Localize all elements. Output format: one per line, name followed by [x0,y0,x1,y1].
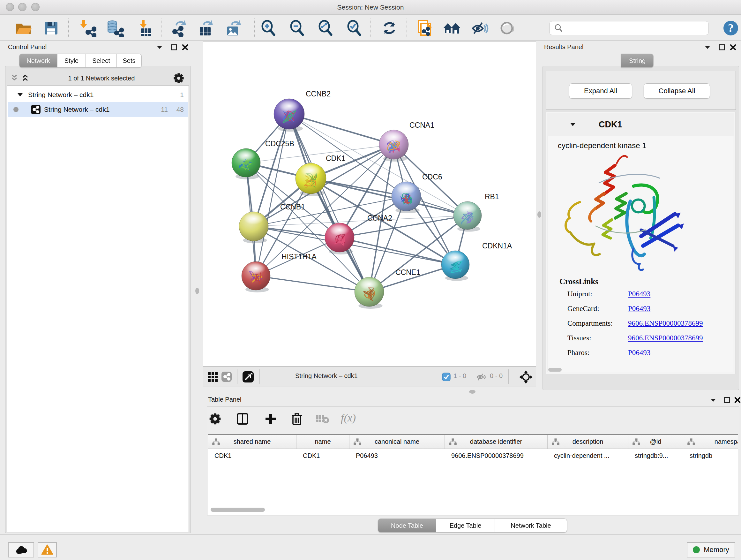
hidden-eye-icon[interactable] [476,373,487,383]
zoom-selected-icon[interactable] [345,19,363,37]
warning-button[interactable] [38,542,57,557]
zoom-fit-icon[interactable] [317,19,334,37]
column-header-database-identifier[interactable]: database identifier [445,435,548,449]
column-header-canonical-name[interactable]: canonical name [349,435,445,449]
export-network-icon[interactable] [170,19,187,37]
protein-expander-icon[interactable] [569,122,576,127]
results-panel-close-button[interactable] [728,43,738,52]
collection-expander-icon[interactable] [17,92,23,98]
horizontal-splitter-handle[interactable] [469,390,475,394]
collapse-all-networks-icon[interactable] [10,74,19,82]
network-node-CCNE1[interactable] [354,277,384,309]
table-panel-close-button[interactable] [732,395,741,405]
crosslink-value-link[interactable]: P06493 [628,305,650,313]
network-edge[interactable] [256,114,289,276]
table-cell[interactable]: stringdb [683,449,738,462]
import-network-from-database-icon[interactable] [106,19,124,37]
column-header-@id[interactable]: @id [628,435,683,449]
help-button[interactable]: ? [722,19,740,37]
crosslink-value-link[interactable]: 9606.ENSP00000378699 [628,334,703,342]
cloud-button[interactable] [8,542,34,557]
show-hidden-icon[interactable] [498,19,516,37]
network-node-CDK1[interactable] [295,163,326,196]
network-node-CCNA1[interactable] [379,130,408,162]
column-header-description[interactable]: description [548,435,628,449]
search-input[interactable] [565,24,708,32]
table-cell[interactable]: stringdb:9... [628,449,683,462]
hide-selected-icon[interactable] [471,19,489,37]
show-columns-icon[interactable] [235,411,250,427]
expand-all-networks-icon[interactable] [20,74,30,82]
save-session-icon[interactable] [42,19,60,37]
crosslink-value-link[interactable]: P06493 [628,290,650,298]
network-node-CDC25B[interactable] [232,148,260,179]
results-panel-float-button[interactable] [717,43,727,52]
delete-table-icon[interactable] [315,411,330,427]
column-header-name[interactable]: name [296,435,349,449]
column-header-shared-name[interactable]: shared name [208,435,296,449]
network-options-gear-icon[interactable] [173,72,185,84]
network-edge[interactable] [256,145,394,276]
delete-column-icon[interactable] [289,411,305,427]
tab-sets[interactable]: Sets [117,54,142,68]
network-node-CCNB1[interactable] [239,212,268,243]
control-panel-close-button[interactable] [180,43,191,52]
tab-network[interactable]: Network [19,54,57,68]
tab-network-table[interactable]: Network Table [495,518,567,533]
show-all-networks-icon[interactable] [443,19,461,37]
open-file-icon[interactable] [15,19,32,37]
network-node-RB1[interactable] [454,201,482,232]
tab-edge-table[interactable]: Edge Table [436,518,495,533]
search-field[interactable] [549,21,709,35]
network-row[interactable]: String Network – cdk1 11 48 [8,102,188,117]
zoom-out-icon[interactable] [288,19,306,37]
network-node-HIST1H1A[interactable] [242,261,270,293]
control-panel-menu-button[interactable] [154,43,165,52]
network-node-CDKN1A[interactable] [441,251,469,281]
collapse-all-button[interactable]: Collapse All [644,83,710,99]
table-cell[interactable]: CDK1 [296,449,349,462]
results-horizontal-scrollbar[interactable] [548,368,562,372]
left-splitter-handle[interactable] [195,288,199,294]
tab-select[interactable]: Select [86,54,117,68]
table-options-gear-icon[interactable] [207,411,223,427]
table-horizontal-scrollbar[interactable] [211,508,265,512]
node-table[interactable]: shared namenamecanonical namedatabase id… [208,434,738,515]
control-panel-float-button[interactable] [169,43,179,52]
function-builder-icon[interactable]: f(x) [341,412,356,424]
table-cell[interactable]: 9606.ENSP00000378699 [445,449,548,462]
tab-style[interactable]: Style [57,54,86,68]
results-panel-menu-button[interactable] [702,43,713,52]
network-share-icon[interactable] [221,371,232,383]
crosslink-value-link[interactable]: 9606.ENSP00000378699 [628,319,703,327]
clone-network-icon[interactable] [415,19,433,37]
memory-button[interactable]: Memory [687,542,735,557]
add-column-icon[interactable] [263,411,278,427]
column-header-namespace[interactable]: namespace [683,435,738,449]
right-splitter-handle[interactable] [537,211,541,218]
expand-all-button[interactable]: Expand All [569,83,632,99]
import-table-icon[interactable] [136,19,153,37]
network-edge[interactable] [256,276,369,292]
selected-checkbox-icon[interactable] [442,373,451,382]
export-table-icon[interactable] [197,19,215,37]
table-panel-float-button[interactable] [722,395,732,405]
export-image-icon[interactable] [224,19,242,37]
zoom-in-icon[interactable] [259,19,277,37]
table-cell[interactable]: cyclin-dependent ... [548,449,628,462]
table-cell[interactable]: CDK1 [208,449,296,462]
protein-section-header[interactable]: CDK1 [547,113,734,136]
fit-selected-crosshair-icon[interactable] [519,370,533,385]
network-collection-row[interactable]: String Network – cdk1 1 [8,87,188,102]
tab-node-table[interactable]: Node Table [378,518,436,533]
import-network-icon[interactable] [79,19,97,37]
tab-string[interactable]: String [621,54,654,68]
birdseye-grid-icon[interactable] [208,372,218,383]
table-cell[interactable]: P06493 [349,449,445,462]
open-in-window-icon[interactable] [242,371,254,384]
network-view-canvas[interactable]: CCNB2CCNA1CDC25BCDK1CDC6RB1CCNB1CCNA2CDK… [203,42,536,367]
network-node-CDC6[interactable] [392,182,421,213]
refresh-view-icon[interactable] [381,19,398,37]
table-panel-menu-button[interactable] [708,395,719,405]
crosslink-value-link[interactable]: P06493 [628,349,650,357]
